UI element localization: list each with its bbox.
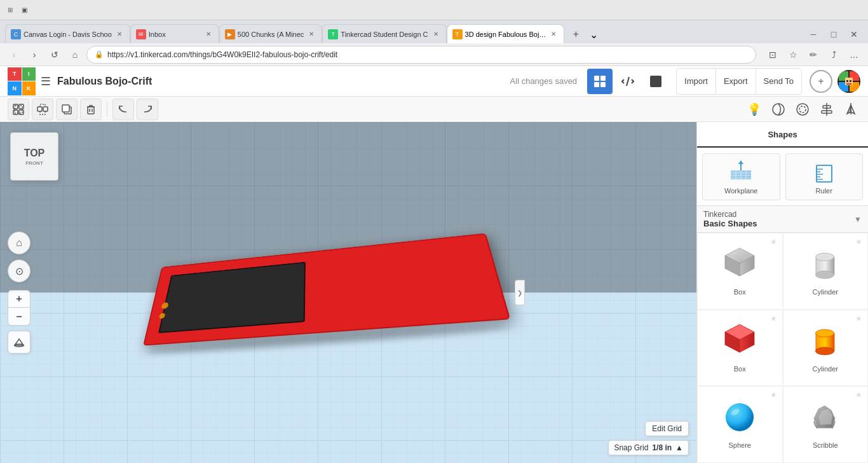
view-cube[interactable]: TOP FRONT — [10, 132, 61, 183]
zoom-in-button[interactable]: + — [8, 290, 31, 308]
send-to-button[interactable]: Send To — [756, 69, 801, 94]
back-button[interactable]: ‹ — [5, 46, 23, 64]
menu-icon[interactable]: ☰ — [41, 74, 51, 88]
tab-500chunks-close[interactable]: ✕ — [306, 29, 316, 39]
shape-icon-box-gray — [717, 241, 762, 286]
shape-star-cylinder-gray[interactable]: ★ — [855, 237, 862, 246]
tab-inbox[interactable]: ✉ Inbox ✕ — [130, 24, 219, 43]
address-bar: ‹ › ↺ ⌂ 🔒 https://v1.tinkercad.com/thing… — [0, 43, 868, 66]
tab-inbox-close[interactable]: ✕ — [203, 29, 214, 39]
group-button[interactable] — [8, 99, 29, 120]
tab-strip-icon[interactable]: ▣ — [19, 5, 29, 15]
shapes-tab[interactable]: Shapes — [697, 122, 868, 148]
toolbar-actions: ⊡ ☆ ✏ ⤴ … — [764, 46, 863, 64]
shape-star-cylinder-orange[interactable]: ★ — [855, 314, 862, 323]
bookmark-button[interactable]: ☆ — [784, 46, 802, 64]
reader-view-button[interactable]: ⊡ — [764, 46, 782, 64]
svg-rect-13 — [850, 80, 851, 82]
shape-star-sphere-blue[interactable]: ★ — [770, 390, 777, 399]
hint-icon: 💡 — [745, 100, 764, 119]
export-button[interactable]: Export — [716, 69, 756, 94]
svg-point-69 — [726, 403, 754, 431]
grid-view-button[interactable] — [587, 69, 613, 94]
ungroup-button[interactable] — [32, 99, 53, 120]
shape-category-title: Basic Shapes — [703, 219, 850, 228]
perspective-button[interactable] — [8, 331, 31, 354]
lock-icon: 🔒 — [95, 50, 104, 59]
shape-star-box-gray[interactable]: ★ — [770, 237, 777, 246]
window-controls: ─ □ ✕ — [804, 25, 863, 43]
user-avatar[interactable] — [837, 70, 860, 93]
workplane-button[interactable]: Workplane — [702, 153, 780, 200]
minimize-button[interactable]: ─ — [804, 25, 822, 43]
tab-student-favicon: T — [328, 29, 338, 39]
undo-button[interactable] — [112, 99, 134, 120]
share-button[interactable]: ⤴ — [825, 46, 843, 64]
tab-student-close[interactable]: ✕ — [431, 29, 441, 39]
address-text: https://v1.tinkercad.com/things/bG4W0k9E… — [107, 50, 748, 59]
tab-tinkercad-student[interactable]: T Tinkercad Student Design C ✕ — [322, 24, 446, 43]
shape-item-box-red[interactable]: ★ — [697, 310, 783, 387]
ruler-button[interactable]: Ruler — [785, 153, 864, 200]
workplane-icon — [728, 159, 754, 184]
tab-canvas-close[interactable]: ✕ — [114, 29, 125, 39]
viewport[interactable]: TOP FRONT ⌂ ⊙ + − — [0, 122, 696, 463]
shape-item-box-gray[interactable]: ★ — [697, 233, 783, 310]
shape-item-sphere-blue[interactable]: ★ — [697, 386, 783, 463]
top-toolbar: T I N K ☰ Fabulous Bojo-Crift All change… — [0, 66, 868, 97]
shape-hole-tool[interactable] — [793, 100, 812, 119]
redo-button[interactable] — [137, 99, 158, 120]
shape-item-cylinder-orange[interactable]: ★ — [783, 310, 869, 387]
address-input[interactable]: 🔒 https://v1.tinkercad.com/things/bG4W0k… — [86, 46, 756, 64]
mirror-tool[interactable] — [841, 100, 860, 119]
svg-rect-0 — [594, 76, 599, 81]
home-button[interactable]: ⌂ — [66, 46, 84, 64]
tab-3d-design-close[interactable]: ✕ — [548, 29, 559, 39]
tab-3d-design[interactable]: T 3D design Fabulous Boj… ✕ — [447, 24, 565, 43]
close-button[interactable]: ✕ — [845, 25, 863, 43]
device-screen — [158, 262, 306, 333]
add-user-button[interactable]: + — [810, 70, 832, 93]
shape-item-scribble[interactable]: ★ — [783, 386, 869, 463]
red-device[interactable] — [142, 233, 513, 352]
logo-t: T — [8, 67, 22, 81]
shape-icon-sphere-blue — [717, 394, 762, 439]
tinkercad-logo[interactable]: T I N K — [8, 67, 36, 95]
shape-solid-tool[interactable] — [769, 100, 788, 119]
zoom-out-button[interactable]: − — [8, 308, 31, 326]
shape-library-selector[interactable]: Tinkercad Basic Shapes ▼ — [697, 206, 868, 233]
svg-rect-19 — [15, 106, 22, 113]
panel-collapse-button[interactable]: ❯ — [515, 280, 525, 305]
toolbar-divider — [107, 102, 107, 117]
import-button[interactable]: Import — [677, 69, 716, 94]
snap-grid-dropdown[interactable]: ▲ — [675, 443, 683, 452]
shape-star-scribble[interactable]: ★ — [855, 390, 862, 399]
code-view-button[interactable] — [615, 69, 641, 94]
maximize-button[interactable]: □ — [825, 25, 843, 43]
fit-view-button[interactable]: ⊙ — [8, 259, 31, 282]
refresh-button[interactable]: ↺ — [46, 46, 64, 64]
duplicate-button[interactable] — [56, 99, 78, 120]
tab-500chunks[interactable]: ▶ 500 Chunks (A Minec ✕ — [219, 24, 323, 43]
tab-dropdown-button[interactable]: ⌄ — [585, 25, 602, 43]
forward-button[interactable]: › — [25, 46, 43, 64]
more-button[interactable]: … — [845, 46, 863, 64]
svg-rect-16 — [19, 104, 24, 109]
delete-button[interactable] — [80, 99, 102, 120]
pen-button[interactable]: ✏ — [804, 46, 822, 64]
new-tab-button[interactable]: + — [567, 25, 585, 43]
snap-grid-value: 1/8 in — [652, 443, 672, 452]
svg-point-68 — [816, 347, 834, 355]
dark-mode-button[interactable] — [643, 69, 668, 94]
shape-star-box-red[interactable]: ★ — [770, 314, 777, 323]
home-view-button[interactable]: ⌂ — [8, 232, 31, 254]
shape-icon-scribble — [803, 394, 848, 439]
edit-grid-button[interactable]: Edit Grid — [645, 421, 689, 436]
shape-item-cylinder-gray[interactable]: ★ — [783, 233, 869, 310]
window-icon[interactable]: ⊞ — [5, 5, 15, 15]
main-content: TOP FRONT ⌂ ⊙ + − — [0, 122, 868, 463]
align-tool[interactable] — [817, 100, 836, 119]
svg-rect-14 — [846, 83, 851, 85]
logo-i: I — [22, 67, 36, 81]
tab-canvas[interactable]: C Canvas Login - Davis Schoo ✕ — [5, 24, 130, 43]
